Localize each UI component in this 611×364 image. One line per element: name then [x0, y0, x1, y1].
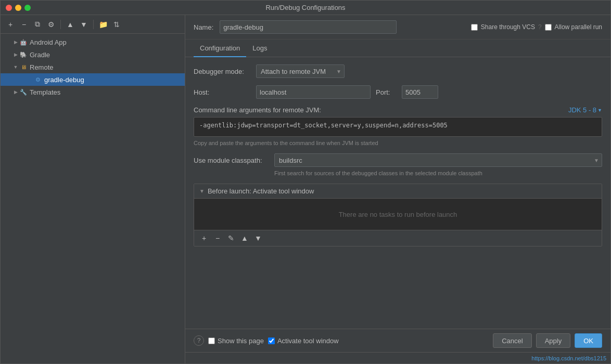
before-launch-remove-button[interactable]: −	[212, 232, 223, 244]
arrow-up-button[interactable]: ▲	[65, 19, 76, 30]
before-launch-section: ▼ Before launch: Activate tool window Th…	[194, 184, 602, 246]
show-page-label: Show this page	[218, 337, 264, 345]
name-input[interactable]	[220, 20, 397, 34]
tree-leaf-gradle-debug	[27, 76, 34, 83]
remote-icon: 🖥	[19, 63, 28, 71]
tree-expand-templates[interactable]: ▶	[12, 88, 19, 96]
sidebar-item-gradle-debug[interactable]: ⚙ gradle-debug	[1, 73, 185, 86]
share-vcs-checkbox[interactable]	[471, 24, 478, 31]
module-select-row: Use module classpath: buildsrc ▼	[194, 153, 602, 167]
arrow-down-button[interactable]: ▼	[78, 19, 90, 30]
minimize-button[interactable]	[15, 5, 21, 11]
toolbar-divider-2	[93, 20, 94, 29]
tree-expand-gradle[interactable]: ▶	[12, 51, 19, 58]
tab-configuration[interactable]: Configuration	[194, 40, 246, 57]
window: Run/Debug Configurations + − ⧉ ⚙	[0, 0, 611, 364]
sidebar-tree: ▶ 🤖 Android App ▶ 🐘 Gradle ▼ 🖥 Remote	[1, 34, 185, 363]
sidebar-item-gradle[interactable]: ▶ 🐘 Gradle	[1, 48, 185, 61]
right-panel: Name: Share through VCS ? Allow parallel…	[185, 15, 610, 363]
tab-logs[interactable]: Logs	[246, 40, 273, 57]
traffic-lights	[6, 5, 31, 11]
host-label: Host:	[194, 88, 251, 96]
apply-button[interactable]: Apply	[536, 333, 571, 348]
allow-parallel-checkbox[interactable]	[545, 24, 552, 31]
cmd-value-box: -agentlib:jdwp=transport=dt_socket,serve…	[194, 117, 602, 137]
share-vcs-help-icon[interactable]: ?	[538, 23, 542, 31]
debugger-mode-select-wrap: Attach to remote JVM Listen to remote JV…	[256, 64, 345, 78]
share-vcs-label: Share through VCS	[481, 23, 535, 31]
before-launch-expand-icon: ▼	[199, 188, 205, 194]
sidebar-item-remote[interactable]: ▼ 🖥 Remote	[1, 61, 185, 73]
window-title: Run/Debug Configurations	[265, 4, 345, 11]
tree-expand-android[interactable]: ▶	[12, 38, 19, 46]
jdk-dropdown-icon: ▼	[597, 108, 602, 113]
port-label: Port:	[376, 88, 397, 96]
tabs-bar: Configuration Logs	[185, 40, 610, 57]
settings-button[interactable]: ⚙	[45, 19, 57, 30]
help-icon[interactable]: ?	[194, 335, 204, 346]
android-icon: 🤖	[19, 38, 28, 46]
sidebar: + − ⧉ ⚙ ▲ ▼ 📁	[1, 15, 185, 363]
debugger-mode-row: Debugger mode: Attach to remote JVM List…	[194, 64, 602, 78]
module-classpath-row: Use module classpath: buildsrc ▼ First s…	[194, 153, 602, 176]
config-icon: ⚙	[34, 75, 42, 84]
folder-button[interactable]: 📁	[97, 19, 109, 30]
debugger-mode-label: Debugger mode:	[194, 68, 251, 75]
no-tasks-label: There are no tasks to run before launch	[339, 211, 457, 218]
debugger-mode-select[interactable]: Attach to remote JVM Listen to remote JV…	[256, 64, 345, 78]
module-select[interactable]: buildsrc	[274, 153, 602, 167]
before-launch-body: There are no tasks to run before launch	[194, 199, 602, 230]
status-bar: https://blog.csdn.net/dbs1215	[185, 352, 610, 363]
name-row: Name: Share through VCS ? Allow parallel…	[185, 15, 610, 40]
show-page-checkbox[interactable]	[208, 337, 215, 344]
before-launch-toolbar: + − ✎ ▲ ▼	[194, 230, 602, 246]
before-launch-header[interactable]: ▼ Before launch: Activate tool window	[194, 184, 602, 199]
port-input[interactable]	[402, 85, 438, 99]
title-bar: Run/Debug Configurations	[1, 1, 610, 15]
maximize-button[interactable]	[24, 5, 31, 11]
vcs-options: Share through VCS ? Allow parallel run	[471, 23, 602, 31]
close-button[interactable]	[6, 5, 12, 11]
cmd-label: Command line arguments for remote JVM:	[194, 106, 321, 114]
allow-parallel-label: Allow parallel run	[555, 23, 602, 31]
status-url: https://blog.csdn.net/dbs1215	[531, 355, 606, 361]
template-icon: 🔧	[19, 88, 28, 96]
activate-tool-check-group: Activate tool window	[268, 337, 339, 345]
remove-config-button[interactable]: −	[18, 19, 30, 30]
bottom-bar: ? Show this page Activate tool window Ca…	[185, 329, 610, 352]
cmd-section: Command line arguments for remote JVM: J…	[194, 106, 602, 146]
before-launch-add-button[interactable]: +	[198, 232, 210, 244]
panel-body: Debugger mode: Attach to remote JVM List…	[185, 57, 610, 329]
before-launch-down-button[interactable]: ▼	[252, 232, 264, 244]
sidebar-item-templates[interactable]: ▶ 🔧 Templates	[1, 86, 185, 98]
copy-config-button[interactable]: ⧉	[32, 19, 43, 30]
sidebar-toolbar: + − ⧉ ⚙ ▲ ▼ 📁	[1, 15, 185, 34]
cmd-hint: Copy and paste the arguments to the comm…	[194, 140, 602, 146]
activate-tool-checkbox[interactable]	[268, 337, 275, 344]
add-config-button[interactable]: +	[5, 19, 16, 30]
sort-button[interactable]: ⇅	[111, 19, 122, 30]
before-launch-edit-button[interactable]: ✎	[225, 232, 237, 244]
toolbar-divider-1	[60, 20, 61, 29]
tree-expand-remote[interactable]: ▼	[12, 63, 19, 71]
module-select-wrap: buildsrc ▼	[274, 153, 602, 167]
before-launch-up-button[interactable]: ▲	[239, 232, 250, 244]
host-port-row: Host: Port:	[194, 85, 602, 99]
ok-button[interactable]: OK	[575, 333, 602, 348]
host-input[interactable]	[256, 85, 371, 99]
show-page-check-group: Show this page	[208, 337, 264, 345]
sidebar-item-android-app[interactable]: ▶ 🤖 Android App	[1, 36, 185, 48]
jdk-link[interactable]: JDK 5 - 8 ▼	[568, 106, 602, 114]
main-content: + − ⧉ ⚙ ▲ ▼ 📁	[1, 15, 610, 363]
gradle-icon: 🐘	[19, 50, 28, 59]
cmd-header: Command line arguments for remote JVM: J…	[194, 106, 602, 114]
before-launch-label: Before launch: Activate tool window	[208, 187, 314, 195]
module-classpath-label: Use module classpath:	[194, 157, 269, 164]
activate-tool-label: Activate tool window	[277, 337, 339, 345]
name-label: Name:	[194, 23, 213, 31]
cancel-button[interactable]: Cancel	[493, 333, 531, 348]
module-hint: First search for sources of the debugged…	[194, 170, 602, 176]
